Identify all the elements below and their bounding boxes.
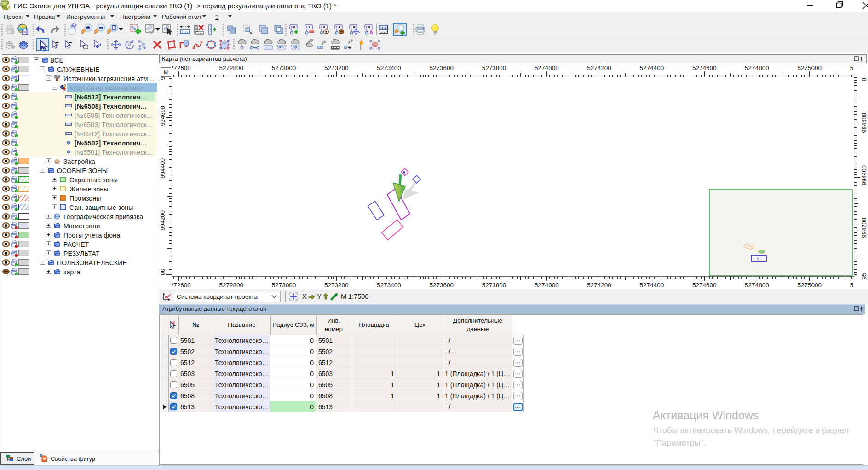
svg-text:r: r [62, 86, 63, 88]
svg-text:A: A [369, 29, 373, 35]
svg-text:ГИС: ГИС [0, 1, 8, 6]
